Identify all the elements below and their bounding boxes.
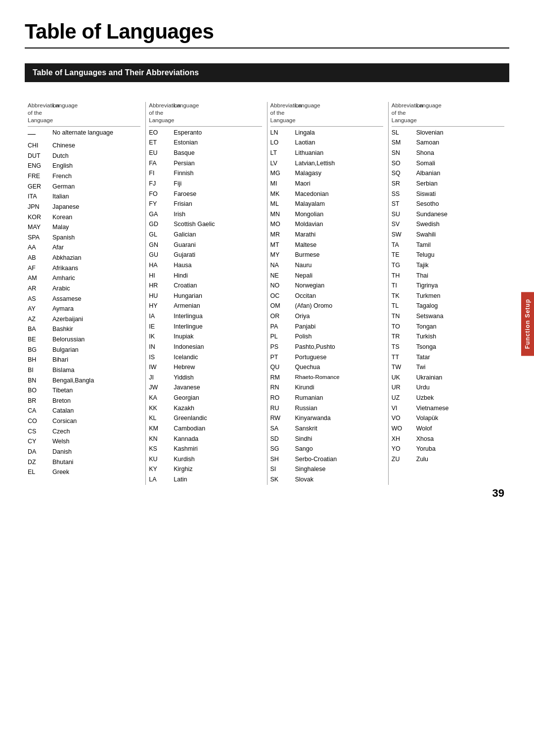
table-row: GLGalician: [149, 230, 262, 240]
table-row: RURussian: [270, 403, 383, 414]
lang-name: Yoruba: [416, 444, 504, 454]
table-row: JWJavanese: [149, 382, 262, 393]
lang-name: Serbo-Croatian: [295, 454, 383, 465]
lang-name: Bashkir: [52, 324, 140, 334]
table-row: HAHausa: [149, 260, 262, 271]
table-row: KMCambodian: [149, 424, 262, 434]
lang-abbreviation: SI: [270, 464, 290, 474]
lang-abbreviation: LA: [149, 474, 169, 485]
lang-name: Thai: [416, 271, 504, 281]
table-row: GNGuarani: [149, 240, 262, 250]
column-3: Abbreviationof theLanguageLanguageSLSlov…: [389, 102, 509, 485]
lang-name: Sindhi: [295, 434, 383, 444]
table-row: YOYoruba: [392, 444, 504, 454]
lang-abbreviation: TA: [392, 240, 411, 250]
table-row: TOTongan: [392, 322, 504, 332]
lang-name: Estonian: [174, 138, 262, 148]
lang-abbreviation: SS: [392, 189, 411, 199]
table-row: RORumanian: [270, 393, 383, 403]
lang-abbreviation: LN: [270, 128, 290, 138]
lang-abbreviation: MY: [270, 250, 290, 260]
lang-name: Cambodian: [174, 424, 262, 434]
lang-abbreviation: ET: [149, 138, 169, 148]
lang-name: Vietnamese: [416, 403, 504, 414]
lang-abbreviation: ST: [392, 199, 411, 209]
table-row: KLGreenlandic: [149, 413, 262, 424]
section-header: Table of Languages and Their Abbreviatio…: [25, 63, 509, 82]
table-row: ARArabic: [28, 284, 140, 294]
table-row: FAPersian: [149, 158, 262, 169]
lang-name: Arabic: [52, 284, 140, 294]
table-row: SWSwahili: [392, 230, 504, 240]
lang-name: Bihari: [52, 355, 140, 365]
lang-name: Greek: [52, 467, 140, 477]
table-row: RWKinyarwanda: [270, 413, 383, 424]
lang-abbreviation: RM: [270, 373, 290, 383]
lang-name: Armenian: [174, 301, 262, 311]
lang-name: Bengali,Bangla: [52, 376, 140, 386]
lang-name: Turkish: [416, 331, 504, 342]
table-row: KNKannada: [149, 434, 262, 444]
lang-abbreviation: CA: [28, 406, 47, 416]
lang-abbreviation: DUT: [28, 151, 47, 161]
table-row: HUHungarian: [149, 291, 262, 301]
lang-abbreviation: MI: [270, 179, 290, 189]
table-row: TTTatar: [392, 352, 504, 363]
table-row: QUQuechua: [270, 362, 383, 373]
table-row: SUSundanese: [392, 209, 504, 220]
table-row: SVSwedish: [392, 219, 504, 230]
lang-abbreviation: TN: [392, 311, 411, 322]
table-row: HRCroatian: [149, 281, 262, 291]
page-title: Table of Languages: [25, 20, 509, 44]
lang-abbreviation: ZU: [392, 454, 411, 465]
table-row: ASAssamese: [28, 294, 140, 304]
table-row: LOLaotian: [270, 138, 383, 148]
lang-abbreviation: BR: [28, 396, 47, 406]
lang-name: Serbian: [416, 179, 504, 189]
table-row: SPASpanish: [28, 233, 140, 243]
table-row: GERGerman: [28, 182, 140, 192]
lang-name: Rumanian: [295, 393, 383, 403]
col-header-0: Abbreviationof theLanguageLanguage: [28, 102, 140, 127]
lang-abbreviation: LO: [270, 138, 290, 148]
table-row: INIndonesian: [149, 342, 262, 352]
lang-abbreviation: JPN: [28, 202, 47, 212]
lang-name: German: [52, 182, 140, 192]
lang-abbreviation: MR: [270, 230, 290, 240]
lang-name: Aymara: [52, 304, 140, 314]
table-row: MAYMalay: [28, 222, 140, 233]
table-row: SOSomali: [392, 158, 504, 169]
lang-name: Welsh: [52, 436, 140, 447]
lang-name: Hungarian: [174, 291, 262, 301]
lang-abbreviation: SD: [270, 434, 290, 444]
table-row: GUGujarati: [149, 250, 262, 260]
table-row: EUBasque: [149, 148, 262, 158]
table-row: STSesotho: [392, 199, 504, 209]
title-rule: [25, 47, 509, 48]
lang-abbreviation: IA: [149, 311, 169, 322]
lang-name: Occitan: [295, 291, 383, 301]
table-row: FIFinnish: [149, 168, 262, 179]
lang-abbreviation: CHI: [28, 141, 47, 151]
lang-abbreviation: XH: [392, 434, 411, 444]
lang-name: Setswana: [416, 311, 504, 322]
header-abbr: Abbreviationof theLanguage: [392, 102, 411, 124]
lang-abbreviation: EU: [149, 148, 169, 158]
lang-abbreviation: GD: [149, 219, 169, 230]
lang-abbreviation: IN: [149, 342, 169, 352]
table-row: TATamil: [392, 240, 504, 250]
lang-abbreviation: JI: [149, 373, 169, 383]
lang-abbreviation: UR: [392, 382, 411, 393]
table-row: ABAbkhazian: [28, 253, 140, 263]
lang-name: Danish: [52, 447, 140, 457]
lang-name: Azerbaijani: [52, 314, 140, 325]
lang-name: Shona: [416, 148, 504, 158]
lang-abbreviation: AY: [28, 304, 47, 314]
lang-name: Afrikaans: [52, 263, 140, 274]
lang-name: Tagalog: [416, 301, 504, 311]
lang-abbreviation: HI: [149, 271, 169, 281]
lang-abbreviation: EO: [149, 128, 169, 138]
table-row: THThai: [392, 271, 504, 281]
page-number: 39: [492, 487, 504, 500]
lang-abbreviation: JW: [149, 382, 169, 393]
